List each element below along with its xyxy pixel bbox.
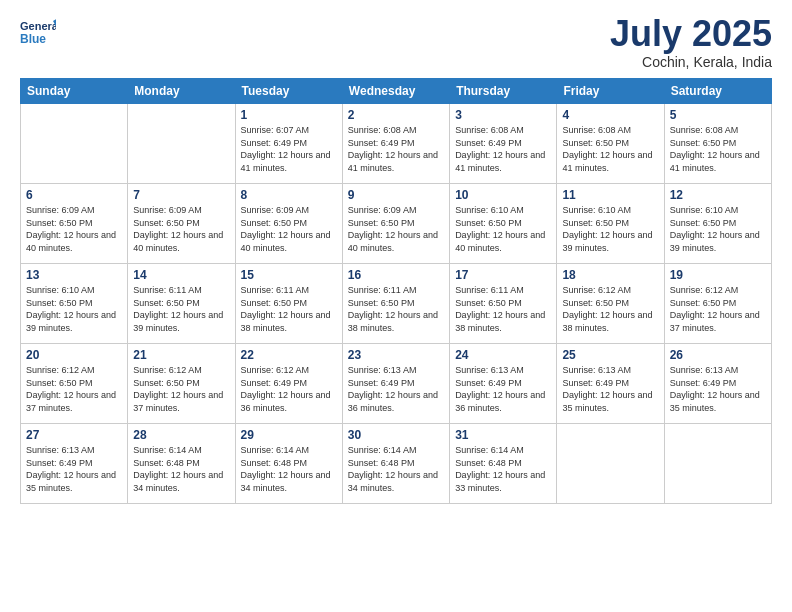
day-number: 21: [133, 348, 229, 362]
weekday-header-row: Sunday Monday Tuesday Wednesday Thursday…: [21, 79, 772, 104]
table-row: [664, 424, 771, 504]
table-row: 5Sunrise: 6:08 AM Sunset: 6:50 PM Daylig…: [664, 104, 771, 184]
table-row: 17Sunrise: 6:11 AM Sunset: 6:50 PM Dayli…: [450, 264, 557, 344]
table-row: 30Sunrise: 6:14 AM Sunset: 6:48 PM Dayli…: [342, 424, 449, 504]
table-row: 4Sunrise: 6:08 AM Sunset: 6:50 PM Daylig…: [557, 104, 664, 184]
day-number: 30: [348, 428, 444, 442]
calendar-title: July 2025: [610, 16, 772, 52]
col-sunday: Sunday: [21, 79, 128, 104]
header: General Blue July 2025 Cochin, Kerala, I…: [20, 16, 772, 70]
table-row: 10Sunrise: 6:10 AM Sunset: 6:50 PM Dayli…: [450, 184, 557, 264]
table-row: 19Sunrise: 6:12 AM Sunset: 6:50 PM Dayli…: [664, 264, 771, 344]
day-info: Sunrise: 6:10 AM Sunset: 6:50 PM Dayligh…: [670, 204, 766, 254]
day-number: 1: [241, 108, 337, 122]
day-number: 29: [241, 428, 337, 442]
col-friday: Friday: [557, 79, 664, 104]
day-info: Sunrise: 6:09 AM Sunset: 6:50 PM Dayligh…: [26, 204, 122, 254]
table-row: 28Sunrise: 6:14 AM Sunset: 6:48 PM Dayli…: [128, 424, 235, 504]
day-info: Sunrise: 6:13 AM Sunset: 6:49 PM Dayligh…: [455, 364, 551, 414]
day-info: Sunrise: 6:09 AM Sunset: 6:50 PM Dayligh…: [133, 204, 229, 254]
table-row: 16Sunrise: 6:11 AM Sunset: 6:50 PM Dayli…: [342, 264, 449, 344]
day-number: 20: [26, 348, 122, 362]
table-row: 27Sunrise: 6:13 AM Sunset: 6:49 PM Dayli…: [21, 424, 128, 504]
day-info: Sunrise: 6:08 AM Sunset: 6:50 PM Dayligh…: [670, 124, 766, 174]
day-number: 26: [670, 348, 766, 362]
day-number: 13: [26, 268, 122, 282]
calendar-week-row: 20Sunrise: 6:12 AM Sunset: 6:50 PM Dayli…: [21, 344, 772, 424]
day-number: 28: [133, 428, 229, 442]
day-info: Sunrise: 6:08 AM Sunset: 6:49 PM Dayligh…: [348, 124, 444, 174]
table-row: 11Sunrise: 6:10 AM Sunset: 6:50 PM Dayli…: [557, 184, 664, 264]
logo: General Blue: [20, 16, 56, 52]
day-info: Sunrise: 6:11 AM Sunset: 6:50 PM Dayligh…: [133, 284, 229, 334]
day-number: 4: [562, 108, 658, 122]
col-tuesday: Tuesday: [235, 79, 342, 104]
table-row: 15Sunrise: 6:11 AM Sunset: 6:50 PM Dayli…: [235, 264, 342, 344]
col-thursday: Thursday: [450, 79, 557, 104]
calendar-week-row: 1Sunrise: 6:07 AM Sunset: 6:49 PM Daylig…: [21, 104, 772, 184]
table-row: [21, 104, 128, 184]
day-number: 18: [562, 268, 658, 282]
table-row: 18Sunrise: 6:12 AM Sunset: 6:50 PM Dayli…: [557, 264, 664, 344]
table-row: 22Sunrise: 6:12 AM Sunset: 6:49 PM Dayli…: [235, 344, 342, 424]
day-info: Sunrise: 6:14 AM Sunset: 6:48 PM Dayligh…: [348, 444, 444, 494]
day-info: Sunrise: 6:13 AM Sunset: 6:49 PM Dayligh…: [26, 444, 122, 494]
day-number: 11: [562, 188, 658, 202]
svg-text:General: General: [20, 20, 56, 32]
day-info: Sunrise: 6:08 AM Sunset: 6:50 PM Dayligh…: [562, 124, 658, 174]
day-info: Sunrise: 6:13 AM Sunset: 6:49 PM Dayligh…: [562, 364, 658, 414]
day-info: Sunrise: 6:13 AM Sunset: 6:49 PM Dayligh…: [670, 364, 766, 414]
day-number: 12: [670, 188, 766, 202]
table-row: 24Sunrise: 6:13 AM Sunset: 6:49 PM Dayli…: [450, 344, 557, 424]
table-row: 23Sunrise: 6:13 AM Sunset: 6:49 PM Dayli…: [342, 344, 449, 424]
table-row: 7Sunrise: 6:09 AM Sunset: 6:50 PM Daylig…: [128, 184, 235, 264]
day-number: 9: [348, 188, 444, 202]
table-row: [128, 104, 235, 184]
day-number: 10: [455, 188, 551, 202]
day-info: Sunrise: 6:12 AM Sunset: 6:50 PM Dayligh…: [670, 284, 766, 334]
day-number: 7: [133, 188, 229, 202]
day-number: 16: [348, 268, 444, 282]
day-number: 8: [241, 188, 337, 202]
page-container: General Blue July 2025 Cochin, Kerala, I…: [0, 0, 792, 612]
day-info: Sunrise: 6:12 AM Sunset: 6:50 PM Dayligh…: [133, 364, 229, 414]
table-row: 2Sunrise: 6:08 AM Sunset: 6:49 PM Daylig…: [342, 104, 449, 184]
svg-text:Blue: Blue: [20, 32, 46, 46]
day-number: 25: [562, 348, 658, 362]
day-number: 31: [455, 428, 551, 442]
table-row: 25Sunrise: 6:13 AM Sunset: 6:49 PM Dayli…: [557, 344, 664, 424]
day-info: Sunrise: 6:14 AM Sunset: 6:48 PM Dayligh…: [133, 444, 229, 494]
table-row: 3Sunrise: 6:08 AM Sunset: 6:49 PM Daylig…: [450, 104, 557, 184]
table-row: 21Sunrise: 6:12 AM Sunset: 6:50 PM Dayli…: [128, 344, 235, 424]
table-row: 1Sunrise: 6:07 AM Sunset: 6:49 PM Daylig…: [235, 104, 342, 184]
table-row: 9Sunrise: 6:09 AM Sunset: 6:50 PM Daylig…: [342, 184, 449, 264]
day-number: 17: [455, 268, 551, 282]
col-saturday: Saturday: [664, 79, 771, 104]
day-number: 2: [348, 108, 444, 122]
day-info: Sunrise: 6:12 AM Sunset: 6:50 PM Dayligh…: [26, 364, 122, 414]
day-info: Sunrise: 6:11 AM Sunset: 6:50 PM Dayligh…: [348, 284, 444, 334]
calendar-table: Sunday Monday Tuesday Wednesday Thursday…: [20, 78, 772, 504]
day-number: 15: [241, 268, 337, 282]
calendar-week-row: 27Sunrise: 6:13 AM Sunset: 6:49 PM Dayli…: [21, 424, 772, 504]
day-number: 5: [670, 108, 766, 122]
day-info: Sunrise: 6:14 AM Sunset: 6:48 PM Dayligh…: [241, 444, 337, 494]
day-number: 19: [670, 268, 766, 282]
calendar-week-row: 6Sunrise: 6:09 AM Sunset: 6:50 PM Daylig…: [21, 184, 772, 264]
table-row: 26Sunrise: 6:13 AM Sunset: 6:49 PM Dayli…: [664, 344, 771, 424]
day-info: Sunrise: 6:11 AM Sunset: 6:50 PM Dayligh…: [455, 284, 551, 334]
table-row: 20Sunrise: 6:12 AM Sunset: 6:50 PM Dayli…: [21, 344, 128, 424]
table-row: 12Sunrise: 6:10 AM Sunset: 6:50 PM Dayli…: [664, 184, 771, 264]
day-number: 6: [26, 188, 122, 202]
day-info: Sunrise: 6:09 AM Sunset: 6:50 PM Dayligh…: [348, 204, 444, 254]
day-info: Sunrise: 6:10 AM Sunset: 6:50 PM Dayligh…: [26, 284, 122, 334]
day-number: 3: [455, 108, 551, 122]
table-row: 14Sunrise: 6:11 AM Sunset: 6:50 PM Dayli…: [128, 264, 235, 344]
calendar-location: Cochin, Kerala, India: [610, 54, 772, 70]
day-info: Sunrise: 6:07 AM Sunset: 6:49 PM Dayligh…: [241, 124, 337, 174]
day-info: Sunrise: 6:09 AM Sunset: 6:50 PM Dayligh…: [241, 204, 337, 254]
day-number: 27: [26, 428, 122, 442]
day-info: Sunrise: 6:11 AM Sunset: 6:50 PM Dayligh…: [241, 284, 337, 334]
table-row: 31Sunrise: 6:14 AM Sunset: 6:48 PM Dayli…: [450, 424, 557, 504]
table-row: [557, 424, 664, 504]
